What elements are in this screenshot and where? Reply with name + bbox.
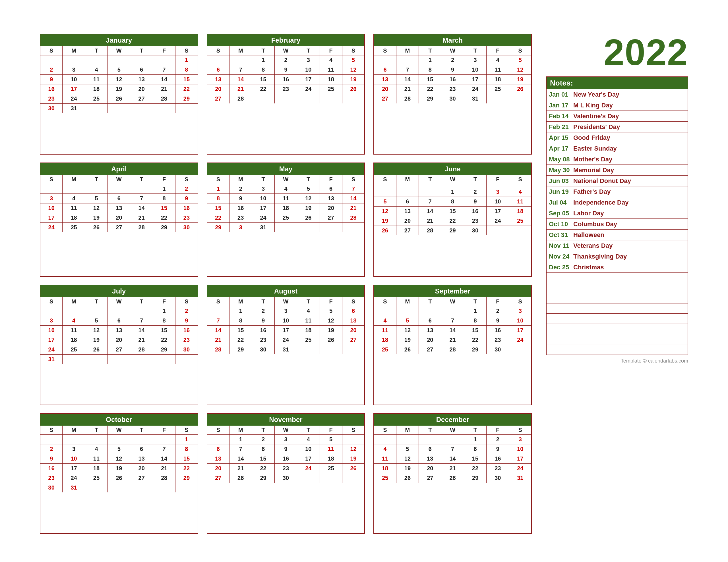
holiday-row: Jul 04Independence Day <box>547 197 688 208</box>
holiday-date: May 30 <box>547 165 572 175</box>
calendar-header-february: February <box>207 34 365 46</box>
holiday-date: Jun 03 <box>547 176 572 186</box>
calendar-header-september: September <box>374 285 531 297</box>
watermark: Template © calendarlabs.com <box>621 358 688 364</box>
calendar-header-october: October <box>40 414 198 426</box>
holiday-date: May 08 <box>547 155 572 164</box>
calendar-header-april: April <box>40 163 198 175</box>
holiday-row: May 30Memorial Day <box>547 165 688 176</box>
holiday-date: Jan 01 <box>547 90 572 100</box>
notes-empty-row <box>547 324 688 334</box>
holiday-row: Jun 03National Donut Day <box>547 176 688 186</box>
holiday-row: Nov 11Veterans Day <box>547 241 688 251</box>
notes-empty-row <box>547 273 688 283</box>
holiday-name: Halloween <box>572 230 605 240</box>
holiday-date: Nov 11 <box>547 241 572 251</box>
holiday-date: Oct 31 <box>547 230 572 240</box>
holiday-row: Jan 17M L King Day <box>547 100 688 111</box>
calendar-may: MaySMTWTFS123456789101112131415161718192… <box>207 163 365 277</box>
holiday-name: Veterans Day <box>572 241 614 251</box>
calendar-header-august: August <box>207 285 365 297</box>
holiday-date: Nov 24 <box>547 252 572 262</box>
holiday-row: Feb 21Presidents' Day <box>547 122 688 132</box>
calendar-header-november: November <box>207 414 365 426</box>
calendars-area: JanuarySMTWTFS12345678910111213141516171… <box>40 34 532 534</box>
holiday-name: M L King Day <box>572 101 614 110</box>
calendar-february: FebruarySMTWTFS1234567891011121314151617… <box>207 34 365 155</box>
holiday-row: Jan 01New Year's Day <box>547 89 688 100</box>
calendar-april: AprilSMTWTFS1234567891011121314151617181… <box>40 163 198 277</box>
notes-empty-row <box>547 334 688 344</box>
holiday-row: May 08Mother's Day <box>547 154 688 165</box>
holiday-name: Mother's Day <box>572 155 613 164</box>
holiday-name: Labor Day <box>572 209 605 218</box>
holiday-row: Oct 31Halloween <box>547 230 688 241</box>
holiday-row: Sep 05Labor Day <box>547 208 688 219</box>
calendar-july: JulySMTWTFS12345678910111213141516171819… <box>40 285 198 405</box>
calendar-january: JanuarySMTWTFS12345678910111213141516171… <box>40 34 198 155</box>
holiday-date: Jun 19 <box>547 187 572 197</box>
holiday-name: Thanksgiving Day <box>572 252 628 262</box>
holiday-date: Jan 17 <box>547 101 572 110</box>
holiday-date: Apr 17 <box>547 144 572 154</box>
holiday-name: New Year's Day <box>572 90 620 100</box>
holiday-name: Good Friday <box>572 133 611 143</box>
notes-empty-row <box>547 303 688 314</box>
holiday-row: Nov 24Thanksgiving Day <box>547 251 688 262</box>
holiday-date: Feb 14 <box>547 111 572 121</box>
holiday-name: Presidents' Day <box>572 122 621 132</box>
calendar-november: NovemberSMTWTFS1234567891011121314151617… <box>207 413 365 534</box>
holiday-name: Easter Sunday <box>572 144 618 154</box>
holiday-date: Jul 04 <box>547 198 572 208</box>
holiday-name: Father's Day <box>572 187 612 197</box>
year-title: 2022 <box>604 34 688 71</box>
holiday-row: Feb 14Valentine's Day <box>547 111 688 122</box>
page: JanuarySMTWTFS12345678910111213141516171… <box>23 17 705 545</box>
holiday-row: Oct 10Columbus Day <box>547 219 688 230</box>
holiday-row: Jun 19Father's Day <box>547 186 688 197</box>
right-panel: 2022 Notes:Jan 01New Year's DayJan 17M L… <box>540 34 688 534</box>
calendar-header-may: May <box>207 163 365 175</box>
holiday-name: Independence Day <box>572 198 630 208</box>
holiday-date: Apr 15 <box>547 133 572 143</box>
notes-empty-row <box>547 293 688 303</box>
notes-empty-row <box>547 283 688 293</box>
calendar-header-december: December <box>374 414 531 426</box>
calendar-august: AugustSMTWTFS123456789101112131415161718… <box>207 285 365 405</box>
notes-panel: Notes:Jan 01New Year's DayJan 17M L King… <box>546 76 688 355</box>
calendar-header-july: July <box>40 285 198 297</box>
calendar-march: MarchSMTWTFS1234567891011121314151617181… <box>373 34 532 155</box>
holiday-date: Sep 05 <box>547 209 572 218</box>
notes-header: Notes: <box>547 77 688 89</box>
calendar-header-june: June <box>374 163 531 175</box>
calendar-june: JuneSMTWTFS12345678910111213141516171819… <box>373 163 532 277</box>
holiday-name: Columbus Day <box>572 219 618 229</box>
calendar-september: SeptemberSMTWTFS123456789101112131415161… <box>373 285 532 405</box>
holiday-date: Oct 10 <box>547 219 572 229</box>
calendar-header-march: March <box>374 34 531 46</box>
calendar-header-january: January <box>40 34 198 46</box>
holiday-date: Dec 25 <box>547 263 572 272</box>
holiday-name: National Donut Day <box>572 176 632 186</box>
holiday-name: Memorial Day <box>572 165 615 175</box>
holiday-date: Feb 21 <box>547 122 572 132</box>
holiday-row: Dec 25Christmas <box>547 262 688 273</box>
calendar-october: OctoberSMTWTFS12345678910111213141516171… <box>40 413 198 534</box>
holiday-row: Apr 15Good Friday <box>547 132 688 143</box>
holiday-row: Apr 17Easter Sunday <box>547 143 688 154</box>
notes-empty-row <box>547 344 688 354</box>
calendar-december: DecemberSMTWTFS1234567891011121314151617… <box>373 413 532 534</box>
holiday-name: Christmas <box>572 263 605 272</box>
holiday-name: Valentine's Day <box>572 111 620 121</box>
notes-empty-row <box>547 314 688 324</box>
